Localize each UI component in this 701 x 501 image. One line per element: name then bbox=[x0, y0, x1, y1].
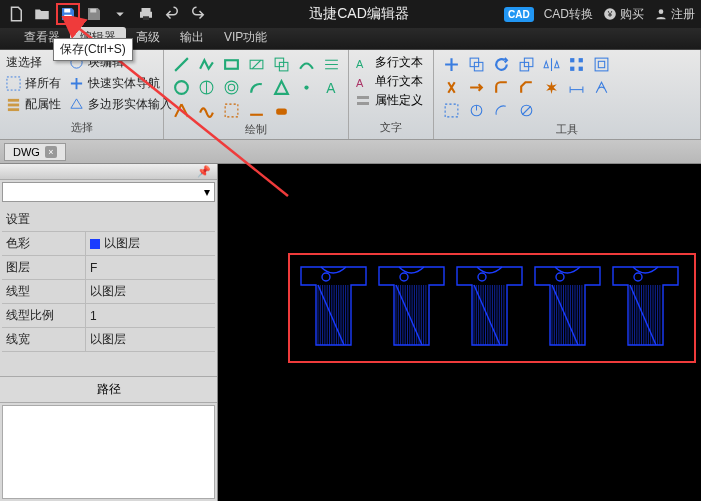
save-as-button[interactable] bbox=[82, 3, 106, 25]
prop-value[interactable]: 1 bbox=[86, 304, 215, 327]
multiline-text-button[interactable]: A多行文本 bbox=[355, 54, 423, 71]
polyline-tool[interactable] bbox=[195, 54, 217, 74]
svg-point-27 bbox=[228, 84, 234, 90]
prop-value[interactable]: 以图层 bbox=[86, 328, 215, 351]
scale-tool[interactable] bbox=[515, 54, 537, 74]
open-button[interactable] bbox=[30, 3, 54, 25]
select-all-button[interactable]: 择所有 bbox=[6, 75, 61, 92]
path-tree[interactable] bbox=[2, 405, 215, 499]
arc-tool[interactable] bbox=[245, 77, 267, 97]
cad-entity[interactable] bbox=[296, 262, 371, 350]
dim-linear-tool[interactable] bbox=[565, 77, 587, 97]
register-link[interactable]: 注册 bbox=[654, 6, 695, 23]
svg-rect-32 bbox=[276, 108, 287, 114]
cad-entity[interactable] bbox=[452, 262, 527, 350]
svg-rect-36 bbox=[357, 102, 369, 105]
offset-tool[interactable] bbox=[590, 54, 612, 74]
prop-value[interactable]: F bbox=[86, 256, 215, 279]
panel-selector[interactable]: ▾ bbox=[2, 182, 215, 202]
svg-point-70 bbox=[400, 273, 408, 281]
text-tool[interactable]: A bbox=[320, 77, 342, 97]
polygon-entity-button[interactable]: 多边形实体输入 bbox=[69, 96, 172, 113]
extend-tool[interactable] bbox=[465, 77, 487, 97]
prop-row[interactable]: 线型比例1 bbox=[2, 303, 215, 327]
prop-value[interactable]: 以图层 bbox=[86, 280, 215, 303]
ribbon-group-tools: 工具 bbox=[434, 50, 701, 139]
array-tool[interactable] bbox=[565, 54, 587, 74]
donut-tool[interactable] bbox=[220, 77, 242, 97]
cad-entity[interactable] bbox=[374, 262, 449, 350]
svg-text:A: A bbox=[356, 77, 364, 89]
cad-convert-link[interactable]: CAD转换 bbox=[544, 6, 593, 23]
svg-rect-11 bbox=[8, 108, 19, 111]
ellipse-tool[interactable] bbox=[195, 77, 217, 97]
prop-row[interactable]: 线宽以图层 bbox=[2, 327, 215, 352]
color-swatch-icon bbox=[90, 239, 100, 249]
prop-row[interactable]: 色彩以图层 bbox=[2, 231, 215, 255]
prop-key: 线型 bbox=[2, 280, 86, 303]
drawing-canvas[interactable] bbox=[218, 164, 701, 501]
buy-link[interactable]: ¥购买 bbox=[603, 6, 644, 23]
quick-entity-nav-button[interactable]: 快速实体导航 bbox=[69, 75, 172, 92]
undo-button[interactable] bbox=[160, 3, 184, 25]
save-button[interactable] bbox=[56, 3, 80, 25]
chamfer-tool[interactable] bbox=[515, 77, 537, 97]
rotate-tool[interactable] bbox=[490, 54, 512, 74]
single-text-button[interactable]: A单行文本 bbox=[355, 73, 423, 90]
xline-tool[interactable] bbox=[170, 100, 192, 120]
trim-tool[interactable] bbox=[440, 77, 462, 97]
svg-point-29 bbox=[304, 85, 308, 89]
config-props-button[interactable]: 配属性 bbox=[6, 96, 61, 113]
move-tool[interactable] bbox=[440, 54, 462, 74]
pin-icon[interactable]: 📌 bbox=[197, 165, 211, 178]
dim-angular-tool[interactable] bbox=[590, 77, 612, 97]
prop-key: 色彩 bbox=[2, 232, 86, 255]
boundary-tool[interactable] bbox=[220, 100, 242, 120]
revcloud-tool[interactable] bbox=[245, 100, 267, 120]
hatch-rect-tool[interactable] bbox=[245, 54, 267, 74]
print-button[interactable] bbox=[134, 3, 158, 25]
point-tool[interactable] bbox=[295, 77, 317, 97]
prop-value[interactable]: 以图层 bbox=[86, 232, 215, 255]
copy-tool[interactable] bbox=[465, 54, 487, 74]
attr-def-button[interactable]: 属性定义 bbox=[355, 92, 423, 109]
dim-radius-tool[interactable] bbox=[490, 100, 512, 120]
ribbon-label-draw: 绘制 bbox=[170, 120, 342, 141]
ribbon-group-draw: A 绘制 bbox=[164, 50, 349, 139]
fillet-tool[interactable] bbox=[490, 77, 512, 97]
prop-row[interactable]: 线型以图层 bbox=[2, 279, 215, 303]
measure-tool[interactable] bbox=[465, 100, 487, 120]
redo-button[interactable] bbox=[186, 3, 210, 25]
line-tool[interactable] bbox=[170, 54, 192, 74]
dim-diameter-tool[interactable] bbox=[515, 100, 537, 120]
explode-tool[interactable] bbox=[540, 77, 562, 97]
new-button[interactable] bbox=[4, 3, 28, 25]
cad-entity[interactable] bbox=[530, 262, 605, 350]
prop-row[interactable]: 图层F bbox=[2, 255, 215, 279]
svg-rect-3 bbox=[143, 16, 149, 20]
svg-line-14 bbox=[175, 58, 188, 71]
triangle-tool[interactable] bbox=[270, 77, 292, 97]
close-tab-icon[interactable]: × bbox=[45, 146, 57, 158]
svg-point-55 bbox=[322, 273, 330, 281]
freehand-tool[interactable] bbox=[195, 100, 217, 120]
curve-tool[interactable] bbox=[295, 54, 317, 74]
circle-tool[interactable] bbox=[170, 77, 192, 97]
cad-entity[interactable] bbox=[608, 262, 683, 350]
qat-dropdown-icon[interactable] bbox=[108, 3, 132, 25]
ribbon-group-text: A多行文本 A单行文本 属性定义 文字 bbox=[349, 50, 434, 139]
prop-section-header: 设置 bbox=[2, 208, 215, 231]
region-tool[interactable] bbox=[270, 54, 292, 74]
dim-align-tool[interactable] bbox=[440, 100, 462, 120]
tab-vip[interactable]: VIP功能 bbox=[214, 27, 277, 49]
mirror-tool[interactable] bbox=[540, 54, 562, 74]
tab-output[interactable]: 输出 bbox=[170, 27, 214, 49]
svg-rect-46 bbox=[598, 61, 604, 67]
doc-tab-dwg[interactable]: DWG × bbox=[4, 143, 66, 161]
eraser-tool[interactable] bbox=[270, 100, 292, 120]
rect-tool[interactable] bbox=[220, 54, 242, 74]
svg-marker-13 bbox=[71, 99, 82, 108]
svg-point-6 bbox=[659, 9, 664, 14]
prop-key: 图层 bbox=[2, 256, 86, 279]
hatch-tool[interactable] bbox=[320, 54, 342, 74]
